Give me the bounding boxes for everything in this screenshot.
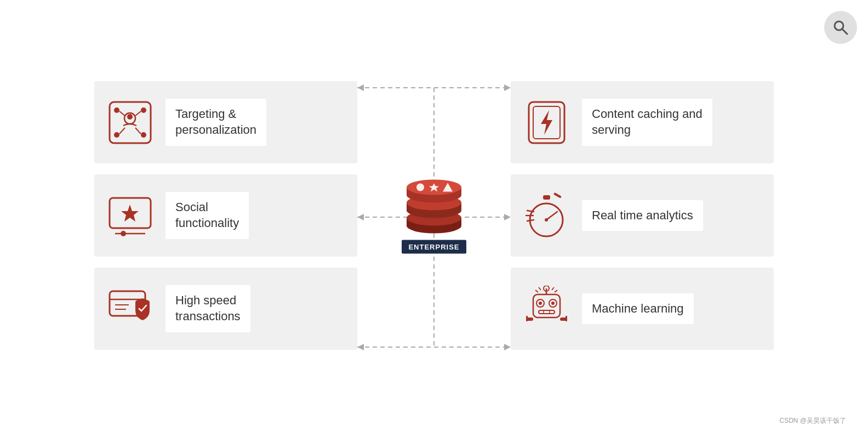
svg-point-43 — [416, 184, 424, 191]
svg-rect-73 — [526, 316, 528, 321]
card-analytics: Real time analytics — [511, 174, 774, 257]
svg-point-67 — [551, 302, 555, 305]
svg-marker-48 — [541, 110, 552, 135]
svg-line-59 — [539, 287, 541, 290]
svg-point-7 — [141, 107, 146, 113]
svg-point-6 — [114, 132, 119, 138]
main-container: Targeting & personalization — [0, 0, 868, 431]
svg-line-61 — [535, 290, 538, 292]
social-icon — [105, 191, 155, 240]
watermark: CSDN @吴昊该干饭了 — [779, 416, 846, 426]
right-cards: Content caching and serving — [511, 81, 774, 350]
svg-point-8 — [141, 132, 146, 138]
svg-line-53 — [527, 220, 534, 221]
svg-marker-31 — [504, 84, 511, 91]
svg-line-11 — [135, 111, 141, 116]
svg-point-16 — [121, 231, 126, 236]
svg-line-62 — [555, 290, 557, 292]
card-caching: Content caching and serving — [511, 81, 774, 163]
card-highspeed: High speed transactions — [94, 268, 357, 350]
highspeed-label: High speed transactions — [165, 285, 250, 332]
svg-marker-28 — [357, 84, 364, 91]
enterprise-label: ENTERPRISE — [402, 240, 466, 254]
svg-line-9 — [119, 111, 125, 116]
svg-marker-30 — [357, 344, 364, 350]
svg-marker-14 — [121, 205, 139, 222]
svg-point-56 — [545, 218, 548, 222]
card-targeting: Targeting & personalization — [94, 81, 357, 163]
svg-marker-32 — [504, 214, 511, 220]
card-social: Social functionality — [94, 174, 357, 257]
caching-icon — [522, 98, 571, 147]
svg-point-5 — [114, 107, 119, 113]
svg-rect-50 — [553, 192, 561, 199]
svg-line-1 — [842, 29, 847, 34]
svg-marker-33 — [504, 344, 511, 350]
analytics-icon — [522, 191, 571, 240]
svg-line-60 — [552, 287, 554, 290]
enterprise-logo: ENTERPRISE — [401, 178, 467, 254]
card-ml: Machine learning — [511, 268, 774, 350]
social-label: Social functionality — [165, 192, 249, 239]
svg-marker-29 — [357, 214, 364, 220]
analytics-label: Real time analytics — [582, 200, 703, 231]
svg-point-4 — [127, 114, 133, 120]
svg-rect-49 — [543, 195, 550, 200]
layout: Targeting & personalization — [0, 0, 868, 431]
targeting-icon — [105, 98, 155, 147]
highspeed-icon — [105, 284, 155, 333]
ml-label: Machine learning — [582, 293, 694, 325]
svg-line-55 — [546, 212, 557, 220]
ml-icon — [522, 284, 571, 333]
targeting-label: Targeting & personalization — [165, 99, 266, 145]
svg-line-10 — [119, 128, 125, 134]
left-cards: Targeting & personalization — [94, 81, 357, 350]
svg-point-66 — [539, 302, 542, 305]
caching-label: Content caching and serving — [582, 99, 712, 145]
svg-rect-74 — [566, 316, 567, 321]
search-icon[interactable] — [824, 11, 857, 44]
center-section: ENTERPRISE — [357, 24, 511, 407]
svg-rect-68 — [539, 310, 555, 314]
svg-line-12 — [135, 128, 141, 134]
